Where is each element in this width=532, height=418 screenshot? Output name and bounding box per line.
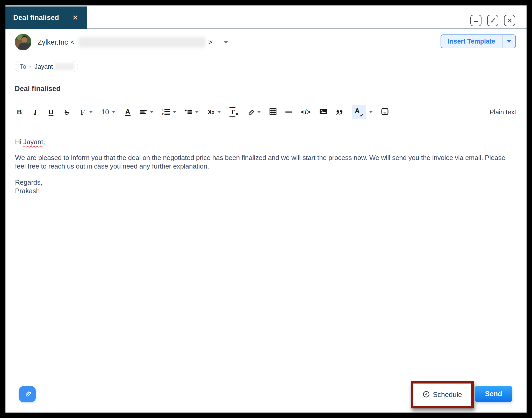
compose-footer: Schedule Send — [5, 375, 527, 413]
email-open-bracket: < — [71, 38, 75, 46]
redacted-recipient-surname — [55, 63, 74, 70]
image-icon — [319, 108, 327, 116]
minimize-button[interactable] — [470, 15, 481, 26]
chevron-down-icon — [195, 111, 199, 113]
spellcheck-icon: A — [355, 107, 360, 115]
to-row[interactable]: To Jayant — [5, 56, 527, 77]
paperclip-icon — [23, 389, 32, 399]
font-family-dropdown[interactable]: F — [79, 105, 93, 119]
collapse-button[interactable] — [487, 15, 498, 26]
underline-button[interactable]: U — [47, 105, 55, 119]
sender-name: Zylker.Inc — [38, 38, 68, 46]
table-icon — [269, 108, 277, 116]
chevron-down-icon — [89, 111, 93, 113]
close-button[interactable] — [504, 15, 515, 26]
indent-dropdown[interactable] — [185, 105, 199, 119]
superscript-icon: X2 — [207, 105, 214, 119]
attach-file-button[interactable] — [19, 386, 36, 402]
misspelled-word: Jayant — [23, 138, 43, 146]
font-color-button[interactable]: A — [124, 105, 131, 119]
alignment-dropdown[interactable] — [140, 105, 154, 119]
plain-text-toggle[interactable]: Plain text — [490, 108, 516, 116]
signature-name: Prakash — [15, 187, 511, 195]
svg-text:2: 2 — [162, 113, 164, 115]
horizontal-rule-icon — [285, 112, 292, 113]
collapse-icon — [490, 17, 496, 24]
sender-avatar — [15, 34, 31, 50]
font-family-icon: F — [79, 105, 86, 119]
chevron-down-icon — [217, 111, 221, 113]
insert-template-button[interactable]: Insert Template — [441, 35, 502, 48]
link-icon — [247, 105, 254, 119]
recipient-name: Jayant — [34, 63, 53, 70]
insert-code-button[interactable]: </> — [301, 105, 311, 119]
superscript-dropdown[interactable]: X2 — [207, 105, 221, 119]
indent-icon — [185, 105, 192, 119]
spellcheck-dropdown[interactable]: A ✓ — [352, 105, 373, 119]
insert-template-split-button[interactable]: Insert Template — [441, 34, 516, 48]
schedule-button-label: Schedule — [433, 391, 462, 399]
font-size-value: 10 — [101, 105, 109, 119]
greeting-line: Hi Jayant, — [15, 137, 511, 146]
tab-close-icon[interactable]: ✕ — [72, 14, 78, 22]
insert-table-button[interactable] — [269, 105, 277, 119]
window-controls — [470, 15, 515, 26]
compose-tab-bar: Deal finalised ✕ — [5, 5, 527, 29]
body-paragraph: We are pleased to inform you that the de… — [15, 154, 506, 171]
minimize-icon — [473, 18, 479, 23]
chip-separator-dot — [30, 66, 31, 67]
ordered-list-dropdown[interactable]: 12 — [162, 105, 176, 119]
clear-formatting-button[interactable]: T× — [229, 105, 238, 119]
compose-tab-title: Deal finalised — [13, 14, 59, 22]
chevron-down-icon — [257, 111, 261, 113]
to-field-label: To — [20, 63, 26, 70]
from-dropdown-caret-icon[interactable] — [224, 41, 228, 44]
email-close-bracket: > — [208, 38, 212, 46]
spellcheck-button[interactable]: A ✓ — [352, 105, 366, 119]
from-row: Zylker.Inc < > Insert Template — [5, 29, 527, 56]
align-left-icon — [140, 105, 147, 119]
insert-image-button[interactable] — [319, 105, 327, 119]
strikethrough-button[interactable]: S — [63, 105, 70, 119]
subject-row[interactable]: Deal finalised — [5, 77, 527, 100]
email-body-editor[interactable]: Hi Jayant, We are pleased to inform you … — [5, 124, 527, 375]
font-color-icon: A — [125, 108, 131, 116]
redacted-sender-email — [78, 37, 206, 47]
clock-icon — [422, 391, 430, 399]
blockquote-button[interactable]: ” — [336, 108, 343, 122]
signature-button[interactable] — [381, 105, 389, 119]
insert-template-dropdown[interactable] — [502, 35, 515, 48]
email-compose-window: Deal finalised ✕ — [5, 5, 527, 413]
close-icon — [507, 18, 513, 23]
chevron-down-icon — [507, 40, 511, 43]
svg-text:1: 1 — [162, 109, 164, 112]
clear-format-icon: T — [229, 107, 235, 117]
font-size-dropdown[interactable]: 10 — [101, 105, 116, 119]
toolbar-items: B I U S F 10 A — [16, 105, 516, 119]
horizontal-rule-button[interactable] — [285, 105, 292, 119]
link-dropdown[interactable] — [247, 105, 261, 119]
schedule-highlight-annotation: Schedule — [411, 381, 474, 408]
italic-button[interactable]: I — [32, 105, 39, 119]
screenshot-frame: Deal finalised ✕ — [0, 0, 532, 418]
chevron-down-icon — [369, 111, 373, 113]
from-address-line[interactable]: Zylker.Inc < > — [38, 29, 228, 56]
compose-tab[interactable]: Deal finalised ✕ — [5, 6, 87, 29]
send-button[interactable]: Send — [475, 386, 512, 402]
signature-icon — [381, 108, 389, 116]
chevron-down-icon — [112, 111, 116, 113]
bold-button[interactable]: B — [16, 105, 23, 119]
chevron-down-icon — [150, 111, 154, 113]
regards-line: Regards, — [15, 178, 511, 187]
subject-input[interactable]: Deal finalised — [15, 85, 61, 93]
recipient-chip[interactable]: To Jayant — [15, 61, 78, 72]
schedule-button[interactable]: Schedule — [422, 391, 462, 399]
chevron-down-icon — [173, 111, 176, 113]
numbered-list-icon: 12 — [162, 105, 170, 119]
formatting-toolbar: B I U S F 10 A — [5, 100, 527, 124]
